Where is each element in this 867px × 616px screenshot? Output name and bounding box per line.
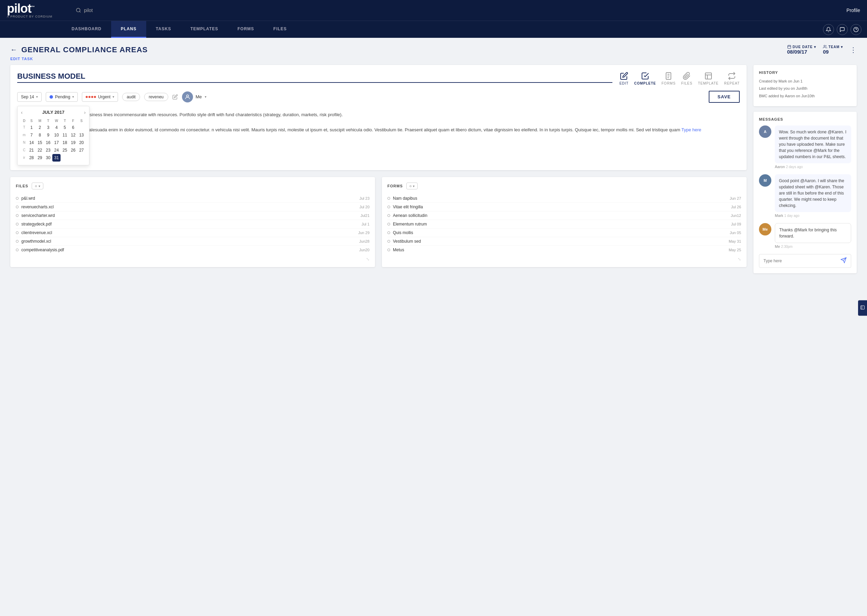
list-item[interactable]: Vitae elit fringillaJul 26 xyxy=(388,203,741,211)
cal-day-23[interactable]: 23 xyxy=(44,146,52,154)
cal-day-11[interactable]: 11 xyxy=(61,131,69,139)
tag-reveneu[interactable]: reveneu xyxy=(144,93,168,101)
nav-bar: DASHBOARD PLANS TASKS TEMPLATES FORMS FI… xyxy=(0,20,867,38)
cal-day-30[interactable]: 30 xyxy=(44,154,52,162)
status-dot xyxy=(50,95,53,99)
back-button[interactable]: ← xyxy=(10,46,17,53)
files-action-button[interactable]: FILES xyxy=(681,72,692,85)
edit-tags-icon[interactable] xyxy=(172,94,178,100)
send-button[interactable] xyxy=(840,257,847,265)
cal-day-21[interactable]: 21 xyxy=(28,146,36,154)
cal-day-10[interactable]: 10 xyxy=(52,131,61,139)
list-item[interactable]: revenuecharts.xclJul 20 xyxy=(16,203,369,211)
cal-day-17[interactable]: 17 xyxy=(52,139,61,146)
cal-day-15[interactable]: 15 xyxy=(36,139,44,146)
search-box[interactable]: pilot xyxy=(76,8,93,13)
cal-day-31[interactable]: 31 xyxy=(52,154,61,162)
cal-day-16[interactable]: 16 xyxy=(44,139,52,146)
cal-day-12[interactable]: 12 xyxy=(69,131,77,139)
list-item[interactable]: competitiveanalysis.pdfJun20 xyxy=(16,246,369,254)
cal-day-19[interactable]: 19 xyxy=(69,139,77,146)
notifications-button[interactable] xyxy=(823,24,834,35)
list-item[interactable]: Vestibulum sedMay 31 xyxy=(388,237,741,246)
forms-action-button[interactable]: FORMS xyxy=(662,72,676,85)
forms-filter-button[interactable]: ○ ▾ xyxy=(406,182,418,189)
nav-item-dashboard[interactable]: DASHBOARD xyxy=(62,21,111,38)
list-item[interactable]: clientrevenue.xclJun 29 xyxy=(16,229,369,237)
search-area[interactable]: pilot xyxy=(69,8,847,13)
file-dot xyxy=(16,248,19,251)
list-item[interactable]: Elementum rutrumJul 09 xyxy=(388,220,741,229)
forms-resize-handle[interactable]: ⤡ xyxy=(388,254,741,262)
due-date-value[interactable]: 08/09/17 xyxy=(787,49,807,55)
template-action-button[interactable]: TEMPLATE xyxy=(698,72,719,85)
list-item[interactable]: Quis mollisJun 05 xyxy=(388,229,741,237)
type-here-link[interactable]: Type here xyxy=(681,127,701,132)
assignee-area[interactable]: Me ▾ xyxy=(182,91,207,102)
list-item[interactable]: MetusMay 25 xyxy=(388,246,741,254)
cal-day-8[interactable]: 8 xyxy=(36,131,44,139)
list-item[interactable]: Nam dapibusJun 27 xyxy=(388,194,741,203)
files-panel-header: FILES ○ ▾ xyxy=(16,182,369,189)
cal-day-9[interactable]: 9 xyxy=(44,131,52,139)
save-button[interactable]: SAVE xyxy=(709,91,740,103)
cal-day-4[interactable]: 4 xyxy=(52,124,61,131)
status-label: Pending xyxy=(55,94,70,99)
cal-day-m: M xyxy=(36,118,44,124)
cal-day-2[interactable]: 2 xyxy=(36,124,44,131)
message-bubble-msg2: Good point @Aaron. I will share the upda… xyxy=(775,174,851,212)
list-item[interactable]: Aenean sollicitudinJun12 xyxy=(388,211,741,220)
cal-day-27[interactable]: 27 xyxy=(77,146,86,154)
cal-next-button[interactable]: › xyxy=(84,110,86,115)
profile-button[interactable]: Profile xyxy=(847,8,860,13)
files-filter-button[interactable]: ○ ▾ xyxy=(32,182,43,189)
cal-day-3[interactable]: 3 xyxy=(44,124,52,131)
cal-day-22[interactable]: 22 xyxy=(36,146,44,154)
help-button[interactable] xyxy=(850,24,861,35)
cal-day-13[interactable]: 13 xyxy=(77,131,86,139)
history-title: HISTORY xyxy=(759,71,851,75)
cal-day-28[interactable]: 28 xyxy=(28,154,36,162)
team-value[interactable]: 09 xyxy=(823,49,829,55)
nav-item-templates[interactable]: TEMPLATES xyxy=(181,21,228,38)
assignee-chevron: ▾ xyxy=(205,95,207,99)
tag-audit[interactable]: audit xyxy=(122,93,140,101)
cal-day-25[interactable]: 25 xyxy=(61,146,69,154)
cal-day-5[interactable]: 5 xyxy=(61,124,69,131)
list-item[interactable]: growthmodel.xclJun28 xyxy=(16,237,369,246)
cal-day-26[interactable]: 26 xyxy=(69,146,77,154)
cal-day-6[interactable]: 6 xyxy=(69,124,77,131)
task-title-input[interactable] xyxy=(17,72,612,83)
list-item[interactable]: p&l.wrdJul 23 xyxy=(16,194,369,203)
chat-button[interactable] xyxy=(837,24,848,35)
list-item[interactable]: servicecharter.wrdJul21 xyxy=(16,211,369,220)
date-picker-button[interactable]: Sep 14 ▾ xyxy=(17,92,42,102)
status-picker-button[interactable]: Pending ▾ xyxy=(46,92,78,102)
edit-action-button[interactable]: EDIT xyxy=(619,72,629,85)
priority-picker-button[interactable]: Urgent ▾ xyxy=(82,92,118,102)
cal-day-20[interactable]: 20 xyxy=(77,139,86,146)
cal-day-24[interactable]: 24 xyxy=(52,146,61,154)
message-input[interactable] xyxy=(763,259,838,263)
cal-day-1[interactable]: 1 xyxy=(28,124,36,131)
svg-rect-3 xyxy=(788,46,791,49)
nav-item-files[interactable]: FILES xyxy=(264,21,296,38)
list-item[interactable]: strategydeck.pdfJul 1 xyxy=(16,220,369,229)
files-icon xyxy=(683,72,691,80)
top-header: pilot™ A PRODUCT BY CORDIUM pilot Profil… xyxy=(0,0,867,20)
repeat-action-button[interactable]: REPEAT xyxy=(724,72,740,85)
cal-day-14[interactable]: 14 xyxy=(28,139,36,146)
status-chevron: ▾ xyxy=(72,95,74,99)
nav-item-plans[interactable]: PLANS xyxy=(111,21,146,38)
nav-item-tasks[interactable]: TASKS xyxy=(146,21,181,38)
right-float-tab[interactable] xyxy=(858,300,867,316)
files-resize-handle[interactable]: ⤡ xyxy=(16,254,369,262)
nav-item-forms[interactable]: FORMS xyxy=(228,21,263,38)
cal-day-7[interactable]: 7 xyxy=(28,131,36,139)
more-options-button[interactable]: ⋮ xyxy=(850,46,857,54)
cal-prev-button[interactable]: ‹ xyxy=(21,110,23,115)
cal-day-18[interactable]: 18 xyxy=(61,139,69,146)
logo-area: pilot™ A PRODUCT BY CORDIUM xyxy=(7,2,69,18)
complete-action-button[interactable]: COMPLETE xyxy=(634,72,656,85)
cal-day-29[interactable]: 29 xyxy=(36,154,44,162)
